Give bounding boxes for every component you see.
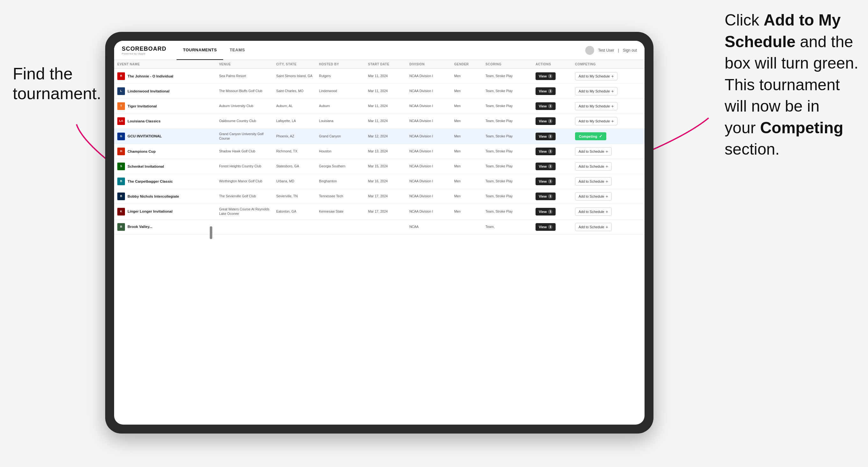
event-name-cell-3: LA Louisiana Classics (114, 114, 216, 129)
competing-cell-8: Add to Schedule + (572, 189, 645, 204)
city-cell-3: Lafayette, LA (273, 114, 316, 129)
hosted-by-cell-4: Grand Canyon (316, 129, 365, 144)
nav-tabs: TOURNAMENTS TEAMS (177, 41, 251, 60)
team-logo: K (117, 208, 125, 216)
team-logo: B (117, 192, 125, 200)
info-icon: ℹ (548, 149, 552, 154)
annotation-left: Find thetournament. (13, 64, 101, 103)
view-button[interactable]: View ℹ (535, 87, 556, 95)
gender-cell-6: Men (451, 159, 482, 174)
competing-button[interactable]: Competing ✓ (575, 132, 606, 140)
add-to-schedule-button[interactable]: Add to My Schedule + (575, 87, 617, 95)
col-start-date: START DATE (365, 60, 406, 69)
view-button[interactable]: View ℹ (535, 102, 556, 110)
col-hosted-by: HOSTED BY (316, 60, 365, 69)
team-logo: L (117, 87, 125, 95)
city-cell-7: Urbana, MD (273, 174, 316, 189)
venue-cell-8: The Sevierville Golf Club (216, 189, 273, 204)
gender-cell-7: Men (451, 174, 482, 189)
city-cell-10 (273, 219, 316, 234)
city-cell-8: Sevierville, TN (273, 189, 316, 204)
plus-icon: + (606, 149, 608, 154)
sign-out-link[interactable]: Sign out (623, 48, 637, 53)
logo-area: SCOREBOARD Powered by clippd (122, 45, 166, 55)
view-button[interactable]: View ℹ (535, 178, 556, 185)
col-scoring: SCORING (482, 60, 532, 69)
event-name-cell-9: K Linger Longer Invitational (114, 204, 216, 219)
team-logo: S (117, 162, 125, 170)
view-button[interactable]: View ℹ (535, 162, 556, 170)
add-to-schedule-button[interactable]: Add to Schedule + (575, 208, 612, 216)
add-to-schedule-button[interactable]: Add to My Schedule + (575, 72, 617, 80)
competing-label: Competing (579, 134, 597, 138)
table-row: T Tiger Invitational Auburn University C… (114, 99, 645, 114)
nav-tab-teams[interactable]: TEAMS (223, 41, 251, 60)
competing-cell-10: Add to Schedule + (572, 219, 645, 234)
city-cell-1: Saint Charles, MO (273, 84, 316, 99)
plus-icon: + (606, 210, 608, 214)
competing-cell-1: Add to My Schedule + (572, 84, 645, 99)
actions-cell-0: View ℹ (532, 69, 572, 84)
plus-icon: + (611, 89, 614, 93)
tournaments-table: EVENT NAME VENUE CITY, STATE HOSTED BY S… (114, 60, 645, 235)
nav-tab-tournaments[interactable]: TOURNAMENTS (177, 41, 223, 60)
division-cell-8: NCAA Division I (406, 189, 451, 204)
add-to-schedule-button[interactable]: Add to My Schedule + (575, 102, 617, 110)
start-date-cell-10 (365, 219, 406, 234)
actions-cell-3: View ℹ (532, 114, 572, 129)
gender-cell-9: Men (451, 204, 482, 219)
competing-cell-2: Add to My Schedule + (572, 99, 645, 114)
event-name: Tiger Invitational (127, 104, 157, 109)
add-to-schedule-button[interactable]: Add to Schedule + (575, 162, 612, 170)
competing-cell-0: Add to My Schedule + (572, 69, 645, 84)
table-row: B Bobby Nichols Intercollegiate The Sevi… (114, 189, 645, 204)
col-competing: COMPETING (572, 60, 645, 69)
view-button[interactable]: View ℹ (535, 72, 556, 80)
info-icon: ℹ (548, 134, 552, 139)
division-cell-0: NCAA Division I (406, 69, 451, 84)
add-to-schedule-label: Add to My Schedule (579, 89, 610, 93)
plus-icon: + (606, 194, 608, 198)
add-to-schedule-button[interactable]: Add to Schedule + (575, 223, 612, 231)
hosted-by-cell-7: Binghamton (316, 174, 365, 189)
scoring-cell-8: Team, Stroke Play (482, 189, 532, 204)
view-button[interactable]: View ℹ (535, 223, 556, 231)
competing-cell-7: Add to Schedule + (572, 174, 645, 189)
start-date-cell-1: Mar 11, 2024 (365, 84, 406, 99)
add-to-schedule-button[interactable]: Add to Schedule + (575, 177, 612, 186)
add-to-schedule-label: Add to My Schedule (579, 119, 610, 123)
view-button[interactable]: View ℹ (535, 192, 556, 200)
hosted-by-cell-6: Georgia Southern (316, 159, 365, 174)
start-date-cell-3: Mar 11, 2024 (365, 114, 406, 129)
user-avatar (585, 46, 594, 55)
view-button[interactable]: View ℹ (535, 148, 556, 155)
add-to-schedule-button[interactable]: Add to Schedule + (575, 192, 612, 200)
venue-cell-4: Grand Canyon University Golf Course (216, 129, 273, 144)
logo-text: SCOREBOARD (122, 45, 166, 52)
view-button[interactable]: View ℹ (535, 117, 556, 125)
add-to-schedule-button[interactable]: Add to My Schedule + (575, 117, 617, 125)
tablet-screen: SCOREBOARD Powered by clippd TOURNAMENTS… (114, 41, 645, 425)
sidebar-indicator (210, 226, 212, 239)
add-to-schedule-button[interactable]: Add to Schedule + (575, 147, 612, 156)
event-name: Brook Valley... (127, 224, 152, 229)
view-button[interactable]: View ℹ (535, 208, 556, 216)
gender-cell-1: Men (451, 84, 482, 99)
add-to-schedule-label: Add to Schedule (579, 164, 604, 168)
hosted-by-cell-1: Lindenwood (316, 84, 365, 99)
event-name-cell-1: L Lindenwood Invitational (114, 84, 216, 99)
actions-cell-4: View ℹ (532, 129, 572, 144)
start-date-cell-5: Mar 13, 2024 (365, 144, 406, 159)
add-to-schedule-label: Add to Schedule (579, 194, 604, 198)
info-icon: ℹ (548, 194, 552, 198)
start-date-cell-9: Mar 17, 2024 (365, 204, 406, 219)
view-button[interactable]: View ℹ (535, 133, 556, 140)
col-event-name: EVENT NAME (114, 60, 216, 69)
event-name: Schenkel Invitational (127, 164, 164, 169)
table-container[interactable]: EVENT NAME VENUE CITY, STATE HOSTED BY S… (114, 60, 645, 425)
hosted-by-cell-0: Rutgers (316, 69, 365, 84)
venue-cell-1: The Missouri Bluffs Golf Club (216, 84, 273, 99)
scoring-cell-1: Team, Stroke Play (482, 84, 532, 99)
plus-icon: + (611, 104, 614, 108)
info-icon: ℹ (548, 104, 552, 108)
